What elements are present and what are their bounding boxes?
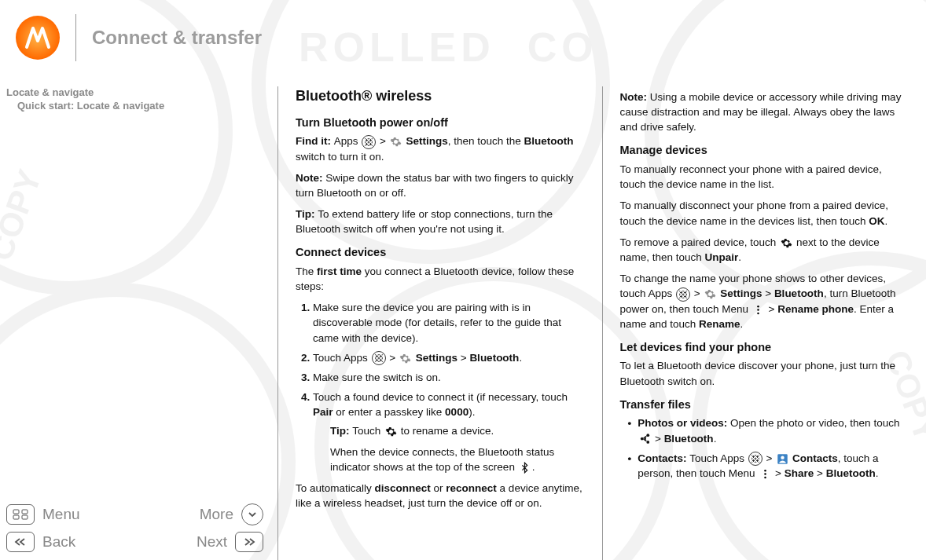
apps-icon xyxy=(362,135,376,149)
findit-line: Find it: Apps > Settings, then touch the… xyxy=(296,134,585,164)
apps-icon xyxy=(748,452,762,466)
manage-p2: To manually disconnect your phone from a… xyxy=(620,198,909,228)
menu-dots-icon xyxy=(752,303,765,316)
menu-dots-icon xyxy=(759,468,771,481)
apps-icon xyxy=(676,287,690,302)
gear-icon xyxy=(780,236,792,249)
bluetooth-icon xyxy=(519,461,531,474)
h3-connect: Connect devices xyxy=(296,244,585,261)
h3-manage: Manage devices xyxy=(620,142,909,159)
gear-icon xyxy=(704,288,716,301)
connect-steps: Make sure the device you are pairing wit… xyxy=(296,300,585,474)
h3-discover: Let devices find your phone xyxy=(620,339,909,356)
page-body: Locate & navigate Quick start: Locate & … xyxy=(0,83,926,560)
more-label[interactable]: More xyxy=(200,506,233,523)
apps-icon xyxy=(372,351,386,365)
gear-icon xyxy=(390,136,402,148)
breadcrumb-level-1[interactable]: Locate & navigate xyxy=(6,86,270,98)
bullet-photos: • Photos or videos: Open the photo or vi… xyxy=(620,415,909,445)
driving-note: Note: Using a mobile device or accessory… xyxy=(620,90,909,134)
back-icon[interactable] xyxy=(6,532,35,552)
back-label[interactable]: Back xyxy=(42,533,75,551)
motorola-logo xyxy=(16,16,60,60)
svg-point-4 xyxy=(758,305,760,307)
discover-p: To let a Bluetooth device discover your … xyxy=(620,358,909,388)
more-icon[interactable] xyxy=(241,503,263,525)
svg-rect-3 xyxy=(22,515,28,519)
share-icon xyxy=(638,433,651,445)
h3-transfer: Transfer files xyxy=(620,397,909,413)
gear-icon xyxy=(399,352,412,364)
note-swipe: Note: Swipe down the status bar with two… xyxy=(296,170,585,200)
page-title: Connect & transfer xyxy=(92,27,262,49)
step-3: Make sure the switch is on. xyxy=(313,370,585,385)
svg-point-11 xyxy=(781,456,784,459)
svg-point-6 xyxy=(758,312,760,314)
svg-point-13 xyxy=(764,473,766,475)
breadcrumb-level-2[interactable]: Quick start: Locate & navigate xyxy=(6,100,270,112)
step-2: Touch Apps > Settings > Bluetooth. xyxy=(313,350,585,365)
svg-rect-0 xyxy=(13,510,19,514)
gear-icon xyxy=(384,425,397,437)
auto-disconnect: To automatically disconnect or reconnect… xyxy=(296,481,585,511)
person-icon xyxy=(776,452,788,465)
manage-p4: To change the name your phone shows to o… xyxy=(620,271,909,331)
header-divider xyxy=(75,14,76,61)
manage-p3: To remove a paired device, touch next to… xyxy=(620,235,909,265)
content-column-1: Bluetooth® wireless Turn Bluetooth power… xyxy=(278,86,602,560)
next-label[interactable]: Next xyxy=(197,533,227,551)
step-4-tip: Tip: Touch to rename a device. xyxy=(313,423,585,438)
manage-p1: To manually reconnect your phone with a … xyxy=(620,162,909,192)
svg-point-5 xyxy=(758,309,760,311)
step-4-indicator: When the device connects, the Bluetooth … xyxy=(313,445,585,474)
menu-label[interactable]: Menu xyxy=(42,506,80,523)
svg-point-14 xyxy=(764,477,766,479)
bullet-contacts: • Contacts: Touch Apps > Contacts, touch… xyxy=(620,451,909,481)
h3-power: Turn Bluetooth power on/off xyxy=(296,115,585,131)
menu-icon[interactable] xyxy=(6,504,35,525)
svg-point-8 xyxy=(641,437,644,441)
step-1: Make sure the device you are pairing wit… xyxy=(313,300,585,345)
sidebar: Locate & navigate Quick start: Locate & … xyxy=(0,86,277,560)
svg-rect-2 xyxy=(13,515,19,519)
h2-bluetooth: Bluetooth® wireless xyxy=(296,86,585,107)
sidebar-nav: Menu More Back Next xyxy=(6,500,270,560)
tip-battery: Tip: To extend battery life or stop conn… xyxy=(296,207,585,236)
connect-intro: The first time you connect a Bluetooth d… xyxy=(296,264,585,294)
svg-point-7 xyxy=(646,434,649,437)
content-column-2: Note: Using a mobile device or accessory… xyxy=(603,86,927,560)
svg-point-12 xyxy=(764,470,766,472)
findit-label: Find it: xyxy=(296,135,334,147)
svg-point-9 xyxy=(646,441,649,444)
step-4: Touch a found device to connect it (if n… xyxy=(313,390,585,474)
svg-rect-1 xyxy=(22,510,28,514)
next-icon[interactable] xyxy=(235,532,263,552)
page-header: Connect & transfer xyxy=(0,0,926,83)
